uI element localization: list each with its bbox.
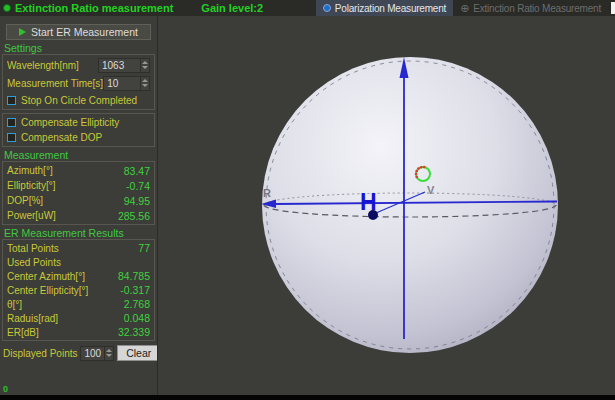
dop-label: DOP[%] — [7, 195, 43, 206]
dop-row: DOP[%] 94.95 — [7, 193, 150, 208]
stop-on-circle-row: Stop On Circle Completed — [7, 92, 150, 108]
compensate-dop-checkbox[interactable] — [7, 133, 16, 142]
status-led-icon — [3, 4, 11, 12]
measurement-time-value: 10 — [104, 77, 121, 90]
wavelength-label: Wavelength[nm] — [7, 60, 79, 71]
sphere-canvas: R V H — [159, 16, 615, 395]
center-ellipticity-row: Center Ellipticity[°] -0.317 — [7, 283, 150, 297]
stepper-arrows-icon[interactable] — [140, 77, 149, 90]
azimuth-label: Azimuth[°] — [7, 165, 53, 176]
compensate-group: Compensate Ellipticity Compensate DOP — [2, 113, 155, 147]
clear-button[interactable]: Clear — [117, 345, 158, 361]
tab-polarization-measurement[interactable]: Polarization Measurement — [316, 0, 453, 16]
stop-on-circle-label: Stop On Circle Completed — [21, 95, 137, 106]
page-title: Extinction Ratio measurement — [15, 2, 173, 14]
measurement-time-row: Measurement Time[s] 10 — [7, 74, 150, 92]
er-db-row: ER[dB] 32.339 — [7, 325, 150, 339]
compensate-dop-label: Compensate DOP — [21, 132, 102, 143]
radius-row: Raduis[rad] 0.048 — [7, 311, 150, 325]
center-ellipticity-value: -0.317 — [120, 284, 150, 296]
wavelength-row: Wavelength[nm] 1063 — [7, 56, 150, 74]
theta-label: θ[°] — [7, 299, 22, 310]
mode-tabbar: Polarization Measurement ⊕ Extinction Ra… — [316, 0, 608, 16]
status-count: 0 — [3, 384, 8, 394]
theta-row: θ[°] 2.768 — [7, 297, 150, 311]
total-points-row: Total Points 77 — [7, 241, 150, 255]
total-points-label: Total Points — [7, 243, 59, 254]
radius-label: Raduis[rad] — [7, 313, 58, 324]
power-value: 285.56 — [118, 210, 150, 222]
poincare-sphere — [262, 57, 558, 353]
displayed-points-stepper[interactable]: 100 — [80, 346, 114, 361]
globe-icon: ⊕ — [460, 3, 469, 14]
er-db-label: ER[dB] — [7, 327, 39, 338]
displayed-points-row: Displayed Points 100 Clear — [3, 345, 154, 361]
dop-value: 94.95 — [124, 195, 150, 207]
tab-extinction-ratio-measurement[interactable]: ⊕ Extinction Ratio Measurement — [453, 0, 608, 16]
stop-on-circle-checkbox[interactable] — [7, 96, 16, 105]
section-measurement: Measurement — [4, 149, 157, 161]
gain-level-label: Gain level:2 — [201, 2, 263, 14]
measurement-time-stepper[interactable]: 10 — [103, 76, 150, 91]
h-state-marker — [368, 210, 378, 220]
compensate-ellipticity-checkbox[interactable] — [7, 118, 16, 127]
settings-group: Wavelength[nm] 1063 Measurement Time[s] … — [2, 54, 155, 110]
er-db-value: 32.339 — [118, 326, 150, 338]
center-azimuth-row: Center Azimuth[°] 84.785 — [7, 269, 150, 283]
window-edge-highlight — [611, 2, 615, 14]
used-points-label: Used Points — [7, 257, 61, 268]
er-results-group: Total Points 77 Used Points Center Azimu… — [2, 239, 155, 341]
wavelength-value: 1063 — [99, 59, 127, 72]
tab-label: Extinction Ratio Measurement — [473, 3, 601, 14]
tab-label: Polarization Measurement — [335, 3, 446, 14]
start-er-measurement-button[interactable]: Start ER Measurement — [6, 24, 151, 40]
ellipticity-label: Ellipticity[°] — [7, 180, 55, 191]
displayed-points-label: Displayed Points — [3, 348, 77, 359]
total-points-value: 77 — [138, 242, 150, 254]
used-points-row: Used Points — [7, 255, 150, 269]
center-ellipticity-label: Center Ellipticity[°] — [7, 285, 88, 296]
compensate-dop-row: Compensate DOP — [7, 130, 150, 145]
stepper-arrows-icon[interactable] — [140, 59, 149, 72]
measurement-time-label: Measurement Time[s] — [7, 78, 103, 89]
azimuth-row: Azimuth[°] 83.47 — [7, 163, 150, 178]
radius-value: 0.048 — [124, 312, 150, 324]
bottom-strip — [0, 395, 615, 400]
compensate-ellipticity-label: Compensate Ellipticity — [21, 117, 119, 128]
wavelength-stepper[interactable]: 1063 — [98, 58, 150, 73]
displayed-points-value: 100 — [81, 347, 104, 360]
section-er-results: ER Measurement Results — [4, 227, 157, 239]
control-panel: Start ER Measurement Settings Wavelength… — [0, 16, 158, 395]
start-button-label: Start ER Measurement — [31, 26, 138, 38]
ellipticity-value: -0.74 — [126, 180, 150, 192]
power-label: Power[uW] — [7, 210, 56, 221]
r-axis-label: R — [263, 187, 271, 199]
play-icon — [19, 28, 26, 36]
center-azimuth-value: 84.785 — [118, 270, 150, 282]
compensate-ellipticity-row: Compensate Ellipticity — [7, 115, 150, 130]
section-settings: Settings — [4, 42, 157, 54]
radio-selected-icon — [323, 4, 331, 12]
power-row: Power[uW] 285.56 — [7, 208, 150, 223]
ellipticity-row: Ellipticity[°] -0.74 — [7, 178, 150, 193]
stepper-arrows-icon[interactable] — [104, 347, 113, 360]
theta-value: 2.768 — [124, 298, 150, 310]
v-axis-label: V — [427, 184, 435, 196]
measurement-group: Azimuth[°] 83.47 Ellipticity[°] -0.74 DO… — [2, 161, 155, 225]
title-bar: Extinction Ratio measurement Gain level:… — [0, 0, 615, 16]
poincare-sphere-view[interactable]: R V H — [159, 16, 615, 395]
center-azimuth-label: Center Azimuth[°] — [7, 271, 85, 282]
azimuth-value: 83.47 — [124, 165, 150, 177]
